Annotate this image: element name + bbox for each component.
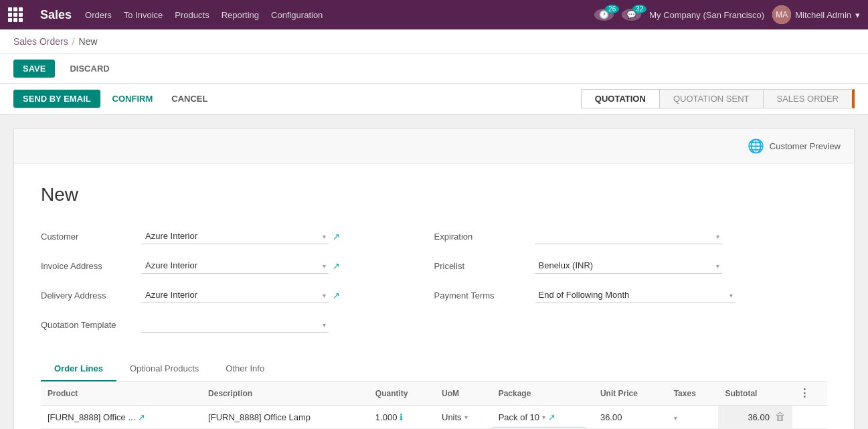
customer-input[interactable] bbox=[141, 228, 329, 244]
status-quotation[interactable]: QUOTATION bbox=[581, 89, 660, 108]
payment-terms-field-row: Payment Terms ▾ bbox=[434, 284, 828, 306]
delivery-address-input[interactable] bbox=[141, 287, 329, 303]
nav-products[interactable]: Products bbox=[175, 10, 209, 20]
tab-order-lines[interactable]: Order Lines bbox=[41, 357, 116, 381]
invoice-address-input[interactable] bbox=[141, 258, 329, 274]
status-bar: SEND BY EMAIL CONFIRM CANCEL QUOTATION Q… bbox=[0, 84, 868, 114]
message-badge[interactable]: 💬 32 bbox=[622, 9, 641, 21]
cell-description[interactable]: [FURN_8888] Office Lamp bbox=[201, 406, 369, 429]
customer-field-row: Customer ▾ ↗ bbox=[41, 226, 434, 247]
form-card: 🌐 Customer Preview New Customer ▾ bbox=[13, 128, 855, 429]
user-menu[interactable]: MA Mitchell Admin ▾ bbox=[772, 5, 860, 24]
package-ext-link[interactable]: ↗ bbox=[548, 412, 555, 422]
status-sales-order[interactable]: SALES ORDER bbox=[764, 89, 855, 108]
quotation-template-select-wrap: ▾ bbox=[141, 317, 329, 333]
customer-select-wrap: ▾ bbox=[141, 228, 329, 244]
cell-row-actions bbox=[792, 406, 827, 429]
invoice-address-select-wrap: ▾ bbox=[141, 258, 329, 274]
payment-terms-select-wrap: ▾ bbox=[535, 287, 735, 303]
expiration-value: ▾ bbox=[535, 228, 828, 244]
delivery-address-ext-link[interactable]: ↗ bbox=[333, 290, 340, 301]
cell-unit-price[interactable]: 36.00 bbox=[594, 406, 667, 429]
customer-preview-button[interactable]: 🌐 Customer Preview bbox=[748, 138, 841, 154]
cell-taxes: ▾ bbox=[667, 406, 719, 429]
form-fields: Customer ▾ ↗ Invoice Address bbox=[41, 226, 827, 343]
action-bar: SAVE DISCARD bbox=[0, 54, 868, 84]
pricelist-input[interactable] bbox=[535, 258, 722, 274]
nav-reporting[interactable]: Reporting bbox=[222, 10, 259, 20]
expiration-field-row: Expiration ▾ bbox=[434, 226, 828, 247]
uom-arrow: ▾ bbox=[464, 414, 468, 421]
nav-orders[interactable]: Orders bbox=[85, 10, 112, 20]
col-subtotal: Subtotal bbox=[718, 381, 792, 406]
cancel-button[interactable]: CANCEL bbox=[165, 90, 214, 108]
payment-terms-label: Payment Terms bbox=[434, 290, 535, 301]
col-product: Product bbox=[41, 381, 201, 406]
taxes-arrow: ▾ bbox=[674, 414, 677, 422]
package-value[interactable]: Pack of 10 bbox=[499, 412, 539, 422]
payment-terms-input[interactable] bbox=[535, 287, 735, 303]
order-table: Product Description Quantity UoM Package… bbox=[41, 381, 827, 429]
send-email-button[interactable]: SEND BY EMAIL bbox=[13, 90, 100, 108]
status-quotation-sent[interactable]: QUOTATION SENT bbox=[660, 89, 764, 108]
customer-ext-link[interactable]: ↗ bbox=[333, 232, 340, 242]
col-taxes: Taxes bbox=[667, 381, 719, 406]
invoice-address-ext-link[interactable]: ↗ bbox=[333, 261, 340, 271]
delete-row-icon[interactable]: 🗑 bbox=[775, 411, 786, 423]
tab-optional-products[interactable]: Optional Products bbox=[116, 357, 212, 381]
status-steps: QUOTATION QUOTATION SENT SALES ORDER bbox=[581, 89, 855, 108]
quantity-value[interactable]: 1.000 bbox=[375, 412, 398, 422]
col-package: Package bbox=[492, 381, 594, 406]
quotation-template-input[interactable] bbox=[141, 317, 329, 333]
invoice-address-value: ▾ ↗ bbox=[141, 258, 434, 274]
tabs-bar: Order Lines Optional Products Other Info bbox=[41, 357, 827, 381]
company-selector[interactable]: My Company (San Francisco) bbox=[649, 10, 764, 20]
tab-other-info[interactable]: Other Info bbox=[212, 357, 278, 381]
product-ext-link[interactable]: ↗ bbox=[138, 412, 145, 422]
grid-icon[interactable] bbox=[8, 7, 23, 22]
globe-icon: 🌐 bbox=[748, 138, 764, 154]
delivery-address-label: Delivery Address bbox=[41, 290, 141, 301]
package-cell: Pack of 10 ▾ ↗ bbox=[499, 412, 587, 422]
nav-configuration[interactable]: Configuration bbox=[271, 10, 323, 20]
cell-package: Pack of 10 ▾ ↗ Pack of 10 Pack of 20 Cre… bbox=[492, 406, 594, 429]
form-body: New Customer ▾ ↗ bbox=[14, 164, 854, 429]
pricelist-value: ▾ bbox=[535, 258, 828, 274]
main-content: 🌐 Customer Preview New Customer ▾ bbox=[0, 114, 868, 429]
pricelist-select-wrap: ▾ bbox=[535, 258, 722, 274]
save-button[interactable]: SAVE bbox=[13, 60, 55, 78]
pricelist-field-row: Pricelist ▾ bbox=[434, 255, 828, 276]
col-description: Description bbox=[201, 381, 369, 406]
right-fields: Expiration ▾ Pricelist bbox=[434, 226, 828, 343]
main-nav: Orders To Invoice Products Reporting Con… bbox=[85, 10, 581, 20]
table-row: [FURN_8888] Office ... ↗ [FURN_8888] Off… bbox=[41, 406, 827, 429]
expiration-input[interactable] bbox=[535, 228, 722, 244]
discard-button[interactable]: DISCARD bbox=[60, 60, 118, 78]
breadcrumb-current: New bbox=[79, 36, 98, 47]
delivery-address-field-row: Delivery Address ▾ ↗ bbox=[41, 284, 434, 306]
confirm-button[interactable]: CONFIRM bbox=[106, 90, 160, 108]
nav-to-invoice[interactable]: To Invoice bbox=[124, 10, 163, 20]
delivery-address-select-wrap: ▾ bbox=[141, 287, 329, 303]
uom-value[interactable]: Units bbox=[442, 412, 462, 422]
pricelist-label: Pricelist bbox=[434, 261, 535, 271]
cell-subtotal: 36.00 🗑 bbox=[718, 406, 792, 429]
expiration-label: Expiration bbox=[434, 232, 535, 242]
col-quantity: Quantity bbox=[369, 381, 435, 406]
navbar: Sales Orders To Invoice Products Reporti… bbox=[0, 0, 868, 29]
delivery-address-value: ▾ ↗ bbox=[141, 287, 434, 303]
product-name[interactable]: [FURN_8888] Office ... bbox=[48, 412, 135, 422]
customer-label: Customer bbox=[41, 232, 141, 242]
left-fields: Customer ▾ ↗ Invoice Address bbox=[41, 226, 434, 343]
breadcrumb-parent[interactable]: Sales Orders bbox=[13, 36, 68, 47]
notification-bell[interactable]: 🕐 26 bbox=[594, 9, 614, 21]
cell-product: [FURN_8888] Office ... ↗ bbox=[41, 406, 201, 429]
customer-value: ▾ ↗ bbox=[141, 228, 434, 244]
invoice-address-field-row: Invoice Address ▾ ↗ bbox=[41, 255, 434, 276]
table-more-icon[interactable]: ⋮ bbox=[799, 388, 810, 399]
customer-preview-label: Customer Preview bbox=[770, 141, 841, 151]
avatar: MA bbox=[772, 5, 791, 24]
package-arrow[interactable]: ▾ bbox=[542, 414, 545, 421]
quotation-template-field-row: Quotation Template ▾ bbox=[41, 314, 434, 335]
expiration-select-wrap: ▾ bbox=[535, 228, 722, 244]
